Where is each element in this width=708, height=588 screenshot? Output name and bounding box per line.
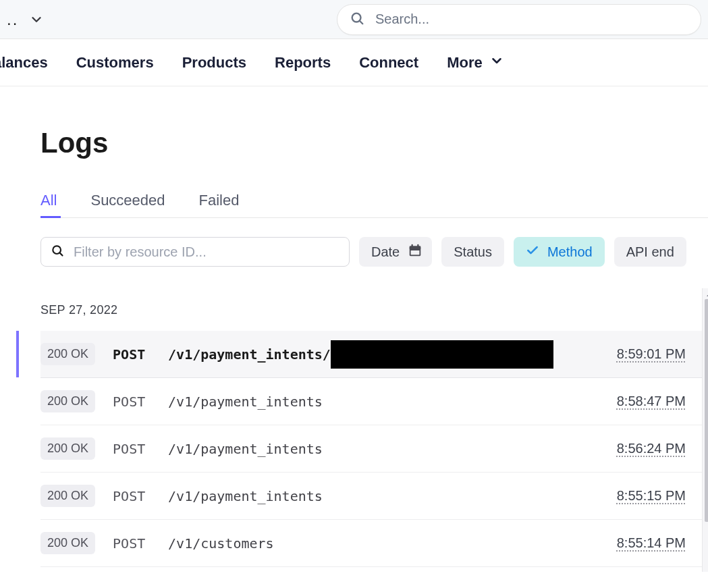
filter-row: Date Status Method API end xyxy=(40,237,708,267)
tab-failed[interactable]: Failed xyxy=(199,192,240,217)
log-method: POST xyxy=(113,535,151,552)
log-path-text: /v1/payment_intents xyxy=(168,441,323,457)
nav-connect[interactable]: Connect xyxy=(359,54,418,72)
nav-customers[interactable]: Customers xyxy=(76,54,154,72)
log-time: 8:55:14 PM xyxy=(617,535,686,551)
check-icon xyxy=(526,244,539,261)
svg-rect-7 xyxy=(417,244,418,247)
redacted-block xyxy=(331,340,553,369)
global-search-wrap xyxy=(337,4,701,35)
global-search[interactable] xyxy=(337,4,701,35)
tabs: All Succeeded Failed xyxy=(40,192,708,218)
filter-status[interactable]: Status xyxy=(441,237,504,267)
log-path-text: /v1/customers xyxy=(168,535,274,552)
account-stub: .. xyxy=(7,10,22,29)
filter-date-label: Date xyxy=(371,244,400,260)
log-method: POST xyxy=(113,346,151,363)
log-status-badge: 200 OK xyxy=(40,390,95,412)
log-status-badge: 200 OK xyxy=(40,437,95,460)
log-path: /v1/payment_intents/ xyxy=(168,340,599,369)
svg-rect-5 xyxy=(410,246,421,249)
filter-method-label: Method xyxy=(547,244,593,260)
page-title: Logs xyxy=(40,127,708,159)
log-row[interactable]: 200 OKPOST/v1/payment_intents8:58:47 PM xyxy=(40,378,708,425)
log-path-text: /v1/payment_intents xyxy=(168,394,323,410)
filter-api-label: API end xyxy=(626,244,674,260)
nav-more-label: More xyxy=(447,54,483,72)
scroll-thumb[interactable] xyxy=(705,299,709,522)
nav-balances[interactable]: alances xyxy=(0,54,48,72)
log-time: 8:59:01 PM xyxy=(617,346,686,362)
log-time: 8:55:15 PM xyxy=(617,488,686,504)
log-path: /v1/payment_intents xyxy=(168,488,599,504)
svg-line-3 xyxy=(60,253,63,256)
log-time: 8:56:24 PM xyxy=(617,441,686,456)
filter-input-wrap[interactable] xyxy=(40,237,350,267)
filter-status-label: Status xyxy=(454,244,492,260)
log-method: POST xyxy=(113,394,151,410)
topbar: .. xyxy=(0,0,708,39)
log-status-badge: 200 OK xyxy=(40,532,95,554)
log-method: POST xyxy=(113,488,151,504)
nav-more[interactable]: More xyxy=(447,53,504,72)
nav-reports[interactable]: Reports xyxy=(275,54,331,72)
log-path: /v1/payment_intents xyxy=(168,394,599,410)
nav-products[interactable]: Products xyxy=(182,54,246,72)
log-time: 8:58:47 PM xyxy=(617,394,686,409)
filter-api-endpoint[interactable]: API end xyxy=(614,237,686,267)
search-icon xyxy=(350,11,364,28)
log-status-badge: 200 OK xyxy=(40,485,95,507)
calendar-icon xyxy=(408,243,423,261)
tab-succeeded[interactable]: Succeeded xyxy=(90,192,165,217)
filter-input[interactable] xyxy=(72,244,339,261)
scrollbar[interactable] xyxy=(702,288,708,572)
log-status-badge: 200 OK xyxy=(40,343,95,365)
log-row[interactable]: 200 OKPOST/v1/payment_intents8:55:15 PM xyxy=(40,473,708,520)
log-area: SEP 27, 2022 200 OKPOST/v1/payment_inten… xyxy=(40,303,708,567)
log-row[interactable]: 200 OKPOST/v1/payment_intents8:56:24 PM xyxy=(40,425,708,473)
log-method: POST xyxy=(113,441,151,457)
log-row[interactable]: 200 OKPOST/v1/customers8:55:14 PM xyxy=(40,520,708,567)
log-row[interactable]: 200 OKPOST/v1/payment_intents/8:59:01 PM xyxy=(40,331,708,378)
log-path-text: /v1/payment_intents/ xyxy=(168,346,331,363)
svg-rect-8 xyxy=(411,250,420,255)
filter-method[interactable]: Method xyxy=(514,237,605,267)
tab-all[interactable]: All xyxy=(40,192,57,217)
log-date-header: SEP 27, 2022 xyxy=(40,303,708,317)
main-nav: alances Customers Products Reports Conne… xyxy=(0,39,708,86)
search-icon xyxy=(51,244,64,260)
svg-line-1 xyxy=(360,21,362,24)
search-input[interactable] xyxy=(374,11,688,28)
log-path: /v1/payment_intents xyxy=(168,441,599,457)
page: Logs All Succeeded Failed Date Status Me… xyxy=(0,86,708,567)
log-path: /v1/customers xyxy=(168,535,599,552)
filter-date[interactable]: Date xyxy=(359,237,432,267)
log-path-text: /v1/payment_intents xyxy=(168,488,323,504)
svg-rect-6 xyxy=(412,244,413,247)
chevron-down-icon xyxy=(489,53,504,72)
account-chevron-icon[interactable] xyxy=(29,12,44,27)
